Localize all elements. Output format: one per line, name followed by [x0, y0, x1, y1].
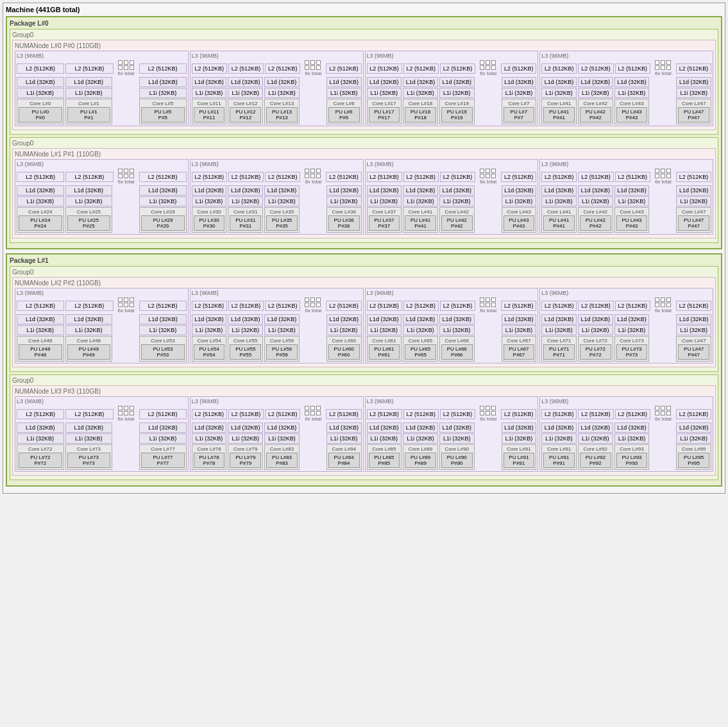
dot — [124, 65, 128, 70]
l1i-28: L1i (32KB) — [614, 196, 650, 206]
core-l25: Core L#25 PU L#25P#25 — [65, 207, 113, 233]
core-l7: Core L#7 PU L#7P#7 — [502, 99, 537, 124]
core-l60-title: Core L#60 — [328, 338, 360, 344]
l1i-59: L1i (32KB) — [676, 433, 711, 444]
core-l47-title: Core L#47 — [678, 101, 709, 106]
pu-l89: PU L#89P#89 — [405, 453, 436, 468]
dot — [480, 303, 484, 307]
l1d-row-1: L1d (32KB) L1d (32KB) L1d (32KB) L1d (32… — [192, 77, 362, 87]
l2-15: L2 (512KB) — [17, 172, 64, 182]
l3-14-title: L3 (96MB) — [367, 398, 537, 405]
dot — [124, 174, 128, 178]
dot — [130, 406, 134, 410]
core-l0-title: Core L#0 — [19, 101, 62, 106]
core-l47c: Core L#47 PU L#47P#47 — [676, 336, 711, 362]
l3-box-12: L3 (96MB) L2 (512KB) L2 (512KB) 6x total — [15, 396, 189, 472]
dot — [310, 303, 315, 307]
core-l29-title: Core L#29 — [141, 209, 185, 215]
dot — [118, 174, 123, 178]
core-l83-title: Core L#83 — [266, 446, 298, 452]
l1i-42: L1i (32KB) — [578, 325, 613, 335]
l2-48: L2 (512KB) — [192, 409, 227, 419]
l2-2: L2 (512KB) — [139, 63, 187, 74]
dot — [316, 60, 321, 65]
pu-l13: PU L#13P#13 — [266, 107, 298, 122]
l1i-row-8: L1i (32KB) L1i (32KB) L1i (32KB) — [17, 325, 187, 335]
l1d-40: L1d (32KB) — [502, 314, 537, 324]
pu-l94: PU L#93P#93 — [616, 453, 648, 468]
dot — [305, 303, 309, 307]
l2-extra-8: 6x total — [115, 297, 138, 313]
machine-box: Machine (441GB total) Package L#0 Group0… — [3, 3, 725, 494]
pu-l41b: PU L#41P#41 — [543, 215, 575, 231]
core-l55: Core L#55 PU L#55P#55 — [228, 336, 263, 362]
l3-13-title: L3 (96MB) — [192, 398, 362, 405]
dots-3 — [655, 60, 672, 70]
core-l31: Core L#31 PU L#31P#31 — [228, 207, 263, 233]
core-l47c-title: Core L#47 — [678, 338, 709, 344]
pu-l43: PU L#43P#43 — [616, 107, 648, 122]
core-l11-title: Core L#11 — [194, 101, 225, 106]
pu-l78: PU L#78P#78 — [194, 453, 225, 468]
l2-row-9: L2 (512KB) L2 (512KB) L2 (512KB) 6x tota… — [192, 297, 362, 313]
pu-l5: PU L#5P#5 — [141, 107, 185, 122]
dot — [480, 411, 484, 415]
core-l6-title: Core L#6 — [328, 101, 360, 106]
pu-l49: PU L#49P#49 — [67, 344, 111, 360]
dot — [486, 169, 490, 173]
core-l65: Core L#65 PU L#65P#65 — [403, 336, 438, 362]
core-l85: Core L#85 PU L#85P#85 — [367, 444, 402, 470]
pu-l36: PU L#36P#36 — [328, 215, 360, 231]
l1d-53: L1d (32KB) — [403, 422, 438, 433]
core-l53: Core L#53 PU L#53P#53 — [139, 336, 187, 362]
dot — [124, 297, 128, 302]
core-l78: Core L#78 PU L#78P#78 — [192, 444, 227, 470]
core-l31-title: Core L#31 — [230, 209, 261, 215]
l1i-4: L1i (32KB) — [228, 88, 263, 98]
group0-numa1: Group0 NUMANode L#1 P#1 (110GB) L3 (96MB… — [10, 137, 718, 243]
core-l30-title: Core L#30 — [194, 209, 225, 215]
l2-35: L2 (512KB) — [265, 301, 300, 311]
l3-box-4: L3 (96MB) L2 (512KB) L2 (512KB) 6x total — [15, 159, 189, 235]
dots-7 — [655, 169, 672, 178]
core-l67: Core L#67 PU L#67P#67 — [502, 336, 537, 362]
l3-11-title: L3 (96MB) — [541, 290, 711, 296]
l2-extra-label-12: 6x total — [118, 416, 135, 422]
l1d-row-10: L1d (32KB) L1d (32KB) L1d (32KB) L1d (32… — [367, 314, 537, 324]
package-1: Package L#1 Group0 NUMANode L#2 P#2 (110… — [6, 253, 722, 487]
dot — [118, 169, 123, 173]
core-l77-title: Core L#77 — [141, 446, 185, 452]
dot — [124, 60, 128, 65]
dot — [124, 406, 128, 410]
dot — [491, 297, 496, 302]
l2-extra-14: 6x total — [477, 406, 500, 422]
dots-13 — [305, 406, 321, 415]
l1i-row-6: L1i (32KB) L1i (32KB) L1i (32KB) L1i (32… — [367, 196, 537, 206]
l2-5: L2 (512KB) — [265, 63, 300, 74]
pu-l24: PU L#24P#24 — [19, 215, 62, 231]
dot — [118, 303, 123, 307]
dot — [655, 60, 659, 65]
l1d-31: L1d (32KB) — [65, 314, 113, 324]
l2-23: L2 (512KB) — [403, 172, 439, 182]
l3-row-1: L3 (96MB) L2 (512KB) L2 (512KB) 6x total — [15, 159, 713, 235]
l2-36: L2 (512KB) — [326, 301, 361, 311]
l2-49: L2 (512KB) — [228, 409, 264, 419]
core-l35-title: Core L#35 — [266, 209, 298, 215]
pu-l93: PU L#92P#92 — [580, 453, 611, 468]
l1i-14: L1i (32KB) — [676, 88, 711, 98]
core-l49-title: Core L#49 — [67, 338, 111, 344]
l1d-48: L1d (32KB) — [192, 422, 227, 433]
dot — [310, 60, 315, 65]
core-l84-title: Core L#84 — [328, 446, 360, 452]
l2-53: L2 (512KB) — [403, 409, 439, 419]
dot — [491, 174, 496, 178]
dot — [486, 411, 490, 415]
core-l65-title: Core L#65 — [405, 338, 436, 344]
core-l12: Core L#12 PU L#12P#12 — [228, 99, 263, 124]
core-l94-title: Core L#93 — [616, 446, 648, 452]
pu-l77: PU L#77P#77 — [141, 453, 185, 468]
dot — [480, 169, 484, 173]
l2-extra-2: 6x total — [477, 60, 500, 76]
dots-0 — [118, 60, 135, 70]
